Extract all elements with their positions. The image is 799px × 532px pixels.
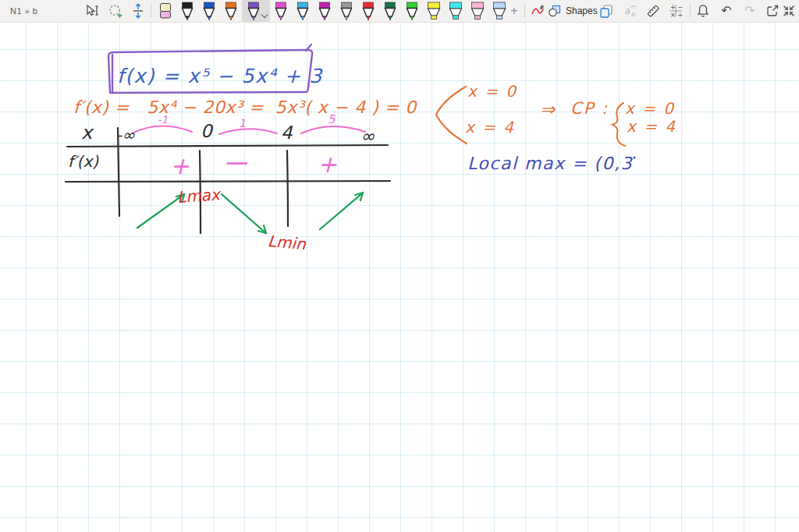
local-max-annotation: Lmax <box>176 186 220 205</box>
sign-chart-table-lines <box>66 128 390 233</box>
cp-x0: x = 0 <box>625 101 675 116</box>
sign-chart-neg-infinity: -∞ <box>116 127 135 143</box>
ruler-icon <box>645 3 661 19</box>
redo-icon: ↷ <box>744 5 755 17</box>
sign-chart-infinity: ∞ <box>360 128 375 145</box>
test-point-5: 5 <box>328 114 336 126</box>
highlighter-yellow[interactable] <box>423 0 445 22</box>
pen-blue[interactable] <box>198 0 220 22</box>
select-tool-button[interactable] <box>83 2 101 20</box>
highlighter-cyan[interactable] <box>445 0 467 22</box>
insert-space-icon <box>130 3 146 19</box>
sign-minus: − <box>221 151 248 175</box>
pen-purple[interactable] <box>242 0 270 22</box>
shapes-button[interactable]: Shapes <box>548 2 598 20</box>
redo-button[interactable]: ↷ <box>741 2 758 20</box>
arrow-decreasing <box>222 194 266 233</box>
function-box-stroke <box>108 44 312 93</box>
plus-icon: + <box>510 3 518 19</box>
share-icon <box>765 3 780 19</box>
toolbar-divider <box>151 3 151 18</box>
toolbar-divider <box>524 3 525 18</box>
sign-chart-x-label: x <box>81 123 92 142</box>
arrow-increasing-1 <box>137 194 184 228</box>
copy-button[interactable] <box>598 2 615 20</box>
notifications-button[interactable] <box>694 2 712 20</box>
ink-to-shape-icon <box>531 3 546 19</box>
highlighter-pink[interactable] <box>467 0 488 22</box>
pen-tray <box>154 0 510 22</box>
pen-red[interactable] <box>357 0 379 22</box>
pen-green[interactable] <box>401 0 423 22</box>
insert-space-button[interactable] <box>129 2 147 20</box>
derivative-equation: f′(x) = 5x⁴ − 20x³ = 5x³( x − 4 ) = 0 <box>73 99 417 116</box>
sign-chart-fprime-label: f′(x) <box>68 154 98 169</box>
math-button[interactable]: + − × ÷ <box>667 2 684 20</box>
cases-bracket-stroke <box>436 87 467 144</box>
svg-text:+: + <box>670 4 676 11</box>
svg-text:×: × <box>670 12 676 19</box>
pen-black[interactable] <box>176 0 198 22</box>
ink-dot <box>634 157 636 159</box>
copy-icon <box>598 3 614 19</box>
cp-x4: x = 4 <box>627 119 676 134</box>
svg-text:a: a <box>631 10 635 18</box>
cursor-select-icon <box>84 3 100 19</box>
toolbar-divider <box>690 3 691 18</box>
local-min-annotation: Lmin <box>267 233 306 252</box>
lasso-select-icon <box>108 3 123 19</box>
pen-gray[interactable] <box>336 0 357 22</box>
sign-chart-four: 4 <box>281 124 293 142</box>
pen-orange[interactable] <box>220 0 242 22</box>
collapse-icon <box>781 3 797 19</box>
share-button[interactable] <box>764 2 781 20</box>
shapes-button-label: Shapes <box>566 5 598 16</box>
undo-button[interactable]: ↶ <box>718 2 735 20</box>
implies-symbol: ⇒ <box>540 101 555 119</box>
local-max-result: Local max = (0,3 <box>467 155 633 172</box>
ink-to-text-button[interactable]: a a <box>622 2 639 20</box>
test-point-1: 1 <box>239 118 246 129</box>
critical-root-x4: x = 4 <box>465 119 515 135</box>
page-breadcrumb[interactable]: N1 » b <box>10 6 37 16</box>
pen-pink[interactable] <box>270 0 292 22</box>
ink-strokes <box>0 22 799 532</box>
ruler-button[interactable] <box>645 2 662 20</box>
pen-sky-blue[interactable] <box>292 0 314 22</box>
cp-brace-stroke <box>613 103 625 146</box>
pen-magenta[interactable] <box>314 0 336 22</box>
test-point-arcs <box>132 126 365 134</box>
math-icon: + − × ÷ <box>668 3 684 19</box>
critical-root-x0: x = 0 <box>467 83 517 99</box>
chevron-down-icon[interactable] <box>261 12 268 18</box>
drawing-canvas[interactable]: f(x) = x⁵ − 5x⁴ + 3 f′(x) = 5x⁴ − 20x³ =… <box>0 22 799 532</box>
pen-dark-green[interactable] <box>379 0 401 22</box>
bell-icon <box>695 3 711 19</box>
ink-to-shape-button[interactable] <box>530 2 547 20</box>
test-point-neg1: -1 <box>158 115 168 125</box>
sign-chart-zero: 0 <box>201 122 212 140</box>
arrow-increasing-2 <box>320 193 363 229</box>
shapes-icon <box>548 4 562 18</box>
lasso-select-button[interactable] <box>106 2 125 20</box>
sign-plus-1: + <box>170 154 190 178</box>
ink-to-text-icon: a a <box>623 3 638 19</box>
collapse-button[interactable] <box>780 2 797 20</box>
undo-icon: ↶ <box>721 5 731 17</box>
svg-text:÷: ÷ <box>678 12 684 19</box>
cp-label: CP : <box>570 101 609 117</box>
svg-text:a: a <box>625 5 630 16</box>
toolbar: N1 » b + <box>0 0 799 23</box>
eraser[interactable] <box>154 0 176 22</box>
function-definition: f(x) = x⁵ − 5x⁴ + 3 <box>117 66 323 86</box>
add-pen-button[interactable]: + <box>506 2 523 20</box>
sign-plus-2: + <box>318 153 337 176</box>
svg-text:−: − <box>678 4 684 11</box>
